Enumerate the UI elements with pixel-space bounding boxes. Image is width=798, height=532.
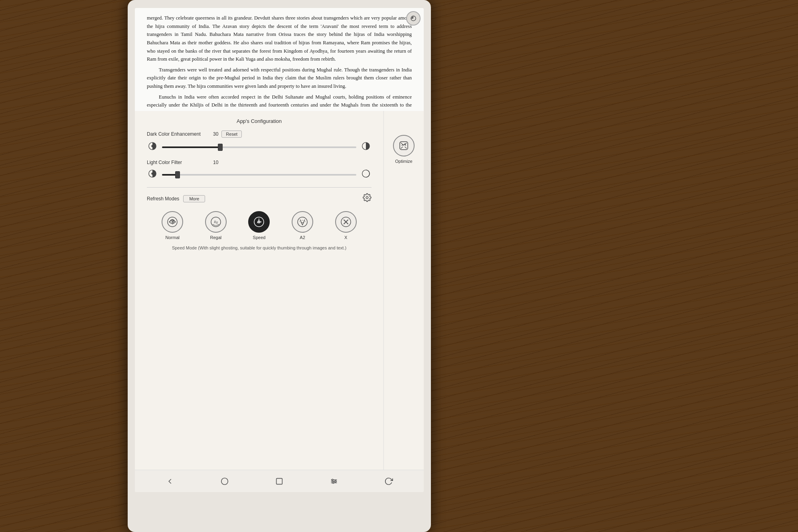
optimize-button[interactable]	[393, 135, 415, 156]
optimize-panel: Optimize	[384, 111, 424, 470]
contrast-left-icon	[148, 142, 157, 150]
book-paragraph-1: merged. They celebrate queerness in all …	[147, 14, 412, 63]
refresh-left: Refresh Modes More	[147, 195, 205, 202]
refresh-modes-row: Refresh Modes More	[147, 193, 371, 204]
nav-home[interactable]	[217, 473, 233, 489]
dark-color-label: Dark Color Enhancement	[147, 131, 211, 137]
nav-settings[interactable]	[326, 473, 342, 489]
more-button[interactable]: More	[183, 195, 205, 202]
dark-slider-row	[147, 142, 371, 152]
ereader-device: merged. They celebrate queerness in all …	[128, 0, 431, 532]
dark-slider-track[interactable]	[162, 146, 356, 148]
refresh-modes-label: Refresh Modes	[147, 196, 179, 202]
mode-regal[interactable]: Rg Regal	[205, 211, 227, 240]
config-area: App's Configuration Dark Color Enhanceme…	[135, 111, 424, 470]
light-slider-icon-right	[360, 169, 371, 180]
dark-slider-icon-left	[147, 142, 158, 152]
mode-regal-icon: Rg	[205, 211, 227, 233]
mode-speed-label: Speed	[253, 235, 266, 240]
reset-button[interactable]: Reset	[221, 131, 242, 138]
book-paragraph-2: Transgenders were well treated and adorn…	[147, 66, 412, 91]
light-slider-icon-left	[147, 169, 158, 180]
svg-point-24	[335, 481, 336, 482]
mode-x-icon	[335, 211, 357, 233]
dark-color-value: 30	[213, 131, 218, 137]
svg-point-5	[151, 172, 154, 175]
svg-rect-19	[277, 478, 282, 484]
svg-point-2	[151, 145, 154, 147]
mode-a2-icon	[292, 211, 313, 233]
separator-line	[147, 187, 371, 188]
mode-description: Speed Mode (With slight ghosting, suitab…	[147, 245, 371, 250]
optimize-label: Optimize	[395, 159, 412, 164]
modes-row: Normal Rg Regal	[147, 211, 371, 240]
nav-back[interactable]	[162, 473, 178, 489]
left-config-panel: App's Configuration Dark Color Enhanceme…	[135, 111, 384, 470]
svg-text:Rg: Rg	[213, 220, 218, 224]
dark-slider-fill	[162, 146, 220, 148]
mode-normal-icon	[162, 211, 183, 233]
nav-bar	[135, 470, 424, 492]
dark-slider-icon-right	[360, 142, 371, 152]
mode-normal[interactable]: Normal	[162, 211, 183, 240]
contrast-right-icon	[361, 142, 370, 150]
light-slider-track[interactable]	[162, 174, 356, 176]
optimize-icon	[398, 140, 410, 152]
svg-text:A: A	[257, 220, 260, 224]
light-color-value: 10	[213, 160, 218, 165]
light-slider-thumb[interactable]	[175, 171, 180, 178]
light-color-filter-row: Light Color Filter 10	[147, 160, 371, 165]
dark-color-enhancement-row: Dark Color Enhancement 30 Reset	[147, 131, 371, 138]
mode-normal-label: Normal	[166, 235, 180, 240]
book-text-area: merged. They celebrate queerness in all …	[135, 8, 424, 116]
mode-x[interactable]: X	[335, 211, 357, 240]
config-title: App's Configuration	[147, 118, 371, 124]
mode-speed[interactable]: A Speed	[248, 211, 270, 240]
mode-a2[interactable]: A2	[292, 211, 313, 240]
settings-gear-icon[interactable]	[363, 193, 371, 204]
svg-point-9	[172, 221, 173, 223]
brightness-button[interactable]	[406, 11, 421, 26]
mode-x-label: X	[344, 235, 347, 240]
svg-point-23	[332, 479, 333, 481]
brightness-icon	[410, 15, 417, 22]
mode-regal-label: Regal	[210, 235, 222, 240]
nav-recents[interactable]	[271, 473, 287, 489]
light-slider-fill	[162, 174, 178, 176]
dark-slider-thumb[interactable]	[218, 144, 223, 151]
svg-point-25	[332, 482, 334, 483]
light-slider-row	[147, 169, 371, 180]
light-contrast-right-icon	[361, 169, 370, 178]
screen: merged. They celebrate queerness in all …	[135, 8, 424, 492]
light-color-label: Light Color Filter	[147, 160, 211, 165]
svg-point-18	[221, 478, 228, 485]
mode-a2-label: A2	[300, 235, 305, 240]
svg-point-7	[366, 196, 368, 199]
mode-speed-icon: A	[248, 211, 270, 233]
nav-refresh[interactable]	[381, 473, 397, 489]
light-contrast-left-icon	[148, 169, 157, 178]
